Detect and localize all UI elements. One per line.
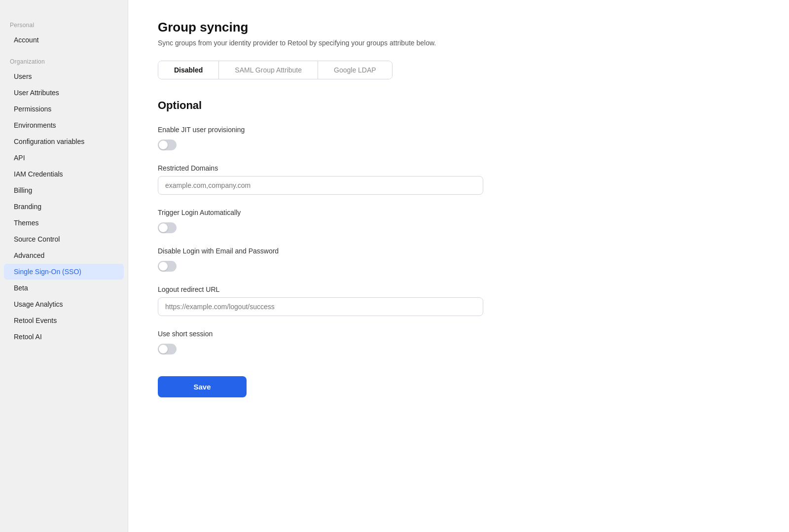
restricted-domains-row: Restricted Domains [158,164,759,195]
sidebar-item-billing[interactable]: Billing [4,182,124,198]
optional-section-title: Optional [158,99,759,112]
sidebar-item-api[interactable]: API [4,150,124,166]
tab-saml-group-attribute[interactable]: SAML Group Attribute [219,61,318,79]
page-title: Group syncing [158,20,759,35]
sidebar-item-users[interactable]: Users [4,69,124,84]
jit-provisioning-toggle[interactable] [158,140,177,150]
sidebar-item-advanced[interactable]: Advanced [4,248,124,263]
sidebar-item-user-attributes[interactable]: User Attributes [4,85,124,101]
restricted-domains-input[interactable] [158,176,483,195]
trigger-login-row: Trigger Login Automatically [158,209,759,233]
logout-redirect-input[interactable] [158,297,483,316]
trigger-login-label: Trigger Login Automatically [158,209,759,216]
tab-google-ldap[interactable]: Google LDAP [318,61,392,79]
sidebar-item-usage-analytics[interactable]: Usage Analytics [4,296,124,312]
organization-section-label: Organization [0,54,128,68]
save-button[interactable]: Save [158,376,247,397]
sidebar-item-account[interactable]: Account [4,32,124,48]
short-session-row: Use short session [158,330,759,355]
sidebar-item-permissions[interactable]: Permissions [4,101,124,117]
jit-provisioning-row: Enable JIT user provisioning [158,126,759,150]
jit-provisioning-label: Enable JIT user provisioning [158,126,759,134]
sidebar: Personal Account Organization Users User… [0,0,128,532]
personal-section-label: Personal [0,18,128,32]
restricted-domains-label: Restricted Domains [158,164,759,172]
disable-login-row: Disable Login with Email and Password [158,247,759,272]
sidebar-item-iam-credentials[interactable]: IAM Credentials [4,166,124,182]
trigger-login-toggle[interactable] [158,222,177,233]
sidebar-item-branding[interactable]: Branding [4,199,124,214]
page-subtitle: Sync groups from your identity provider … [158,39,759,47]
tab-disabled[interactable]: Disabled [158,61,219,79]
sidebar-item-beta[interactable]: Beta [4,280,124,296]
sidebar-item-retool-ai[interactable]: Retool AI [4,329,124,345]
disable-login-toggle[interactable] [158,261,177,272]
sidebar-item-source-control[interactable]: Source Control [4,231,124,247]
sidebar-item-themes[interactable]: Themes [4,215,124,231]
sidebar-item-retool-events[interactable]: Retool Events [4,313,124,328]
group-sync-tabs: Disabled SAML Group Attribute Google LDA… [158,61,393,79]
main-content: Group syncing Sync groups from your iden… [128,0,789,532]
disable-login-label: Disable Login with Email and Password [158,247,759,255]
logout-redirect-row: Logout redirect URL [158,285,759,316]
sidebar-item-configuration-variables[interactable]: Configuration variables [4,134,124,149]
logout-redirect-label: Logout redirect URL [158,285,759,293]
sidebar-item-environments[interactable]: Environments [4,117,124,133]
short-session-toggle[interactable] [158,344,177,355]
short-session-label: Use short session [158,330,759,338]
sidebar-item-single-sign-on[interactable]: Single Sign-On (SSO) [4,264,124,280]
